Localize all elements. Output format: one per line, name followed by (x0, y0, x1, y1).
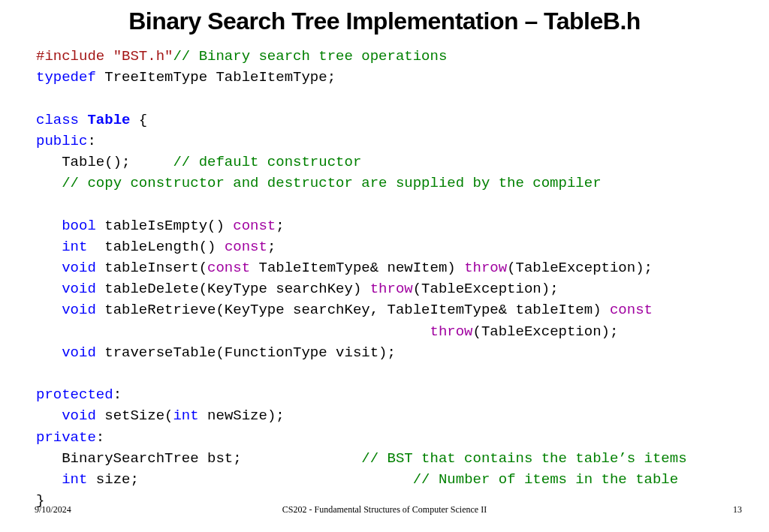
tok-keyword: int (62, 239, 87, 255)
tok-keyword: throw (430, 323, 473, 340)
tok-plain: { (130, 112, 147, 128)
tok-keyword: void (62, 281, 96, 297)
tok-plain (36, 471, 62, 488)
tok-plain: newSize); (199, 407, 285, 424)
tok-plain: (TableException); (413, 281, 559, 297)
tok-keyword: const (233, 218, 276, 234)
slide-title: Binary Search Tree Implementation – Tabl… (0, 8, 769, 35)
tok-plain: size; (87, 471, 412, 488)
tok-keyword: int (173, 407, 198, 424)
slide: Binary Search Tree Implementation – Tabl… (0, 0, 769, 532)
tok-plain (36, 323, 430, 340)
tok-plain: ; (267, 239, 276, 255)
tok-plain: : (96, 429, 104, 446)
tok-plain: setSize( (96, 407, 173, 424)
tok-plain: tableIsEmpty() (96, 218, 233, 234)
tok-plain (79, 112, 87, 128)
tok-plain: : (87, 133, 95, 149)
tok-plain (36, 218, 62, 234)
tok-comment: // Binary search tree operations (173, 48, 447, 65)
tok-plain: tableRetrieve(KeyType searchKey, TableIt… (96, 302, 610, 318)
tok-comment: // default constructor (173, 154, 361, 170)
tok-keyword: protected (36, 386, 113, 403)
footer-center: CS202 - Fundamental Structures of Comput… (0, 504, 769, 515)
code-block: #include "BST.h"// Binary search tree op… (0, 46, 769, 511)
tok-comment: // BST that contains the table’s items (361, 450, 686, 467)
tok-plain: TreeItemType TableItemType; (96, 69, 336, 86)
tok-plain (36, 344, 62, 361)
tok-keyword: int (62, 471, 87, 488)
footer-page: 13 (733, 504, 742, 515)
tok-plain: ; (276, 218, 284, 234)
tok-plain (36, 407, 62, 424)
tok-comment: // Number of items in the table (413, 471, 678, 488)
tok-keyword: void (62, 260, 96, 276)
tok-comment: // copy constructor and destructor are s… (62, 175, 601, 191)
tok-plain: Table(); (36, 154, 173, 170)
tok-string: "BST.h" (113, 48, 173, 65)
tok-keyword: void (62, 302, 96, 318)
tok-keyword: const (610, 302, 653, 318)
tok-plain: (TableException); (507, 260, 653, 276)
tok-keyword: throw (464, 260, 507, 276)
tok-keyword: void (62, 344, 96, 361)
tok-keyword: bool (62, 218, 96, 234)
tok-plain (36, 302, 62, 318)
tok-keyword: public (36, 133, 87, 149)
tok-keyword: const (207, 260, 250, 276)
tok-plain (36, 175, 62, 191)
tok-keyword: void (62, 407, 96, 424)
tok-keyword: throw (370, 281, 413, 297)
tok-keyword: class (36, 112, 79, 128)
tok-keyword: typedef (36, 69, 96, 86)
tok-plain: TableItemType& newItem) (250, 260, 464, 276)
tok-plain: BinarySearchTree bst; (36, 450, 361, 467)
tok-plain: (TableException); (473, 323, 619, 340)
tok-plain (36, 281, 62, 297)
tok-plain: : (113, 386, 122, 403)
tok-keyword: private (36, 429, 96, 446)
tok-keyword: const (225, 239, 267, 255)
tok-plain: tableDelete(KeyType searchKey) (96, 281, 370, 297)
tok-plain (36, 260, 62, 276)
tok-include: #include (36, 48, 113, 65)
tok-plain: tableLength() (87, 239, 224, 255)
tok-classname: Table (87, 112, 130, 128)
tok-plain: tableInsert( (96, 260, 207, 276)
tok-plain: traverseTable(FunctionType visit); (96, 344, 396, 361)
tok-plain (36, 239, 62, 255)
